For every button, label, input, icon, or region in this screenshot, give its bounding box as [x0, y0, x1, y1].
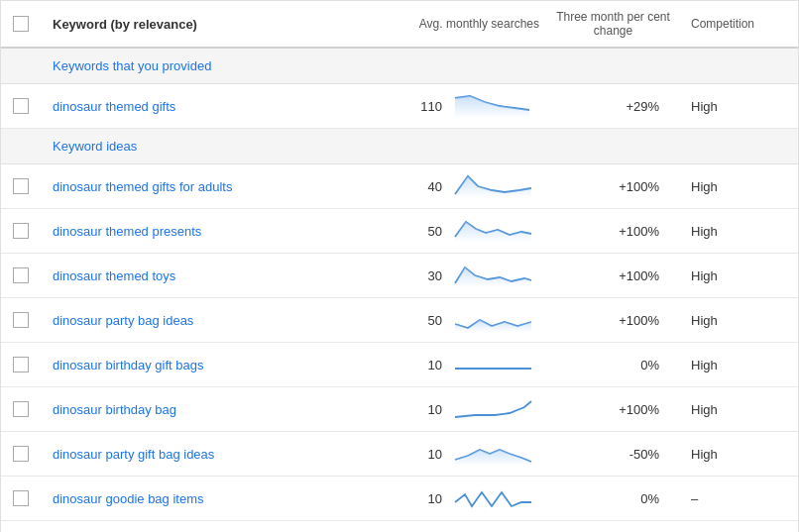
change-cell: +100%: [551, 216, 675, 247]
select-all-checkbox[interactable]: [13, 16, 29, 32]
keyword-cell[interactable]: dinosaur birthday gift bags: [41, 350, 333, 380]
competition-cell: High: [675, 394, 798, 425]
change-header: Three month per cent change: [551, 2, 675, 46]
table-row: dinosaur birthday bag 10 +100% High: [1, 387, 798, 432]
competition-cell: High: [675, 171, 798, 202]
row-checkbox-col[interactable]: [1, 490, 41, 506]
keyword-cell[interactable]: dinosaur party bag ideas: [41, 305, 333, 336]
change-cell: 0%: [551, 483, 675, 514]
sparkline-chart: [450, 395, 539, 423]
keyword-header: Keyword (by relevance): [41, 9, 333, 40]
sparkline-chart: [450, 92, 539, 120]
sparkline-chart: [450, 351, 539, 378]
change-cell: +29%: [551, 91, 675, 122]
change-cell: +100%: [551, 171, 675, 202]
keyword-cell[interactable]: dinosaur themed gifts for adults: [41, 171, 333, 202]
search-number: 110: [418, 99, 442, 114]
table-row: dinosaur birthday gift bags 10 0% High: [1, 343, 798, 387]
searches-cell: 50: [333, 298, 551, 342]
table-header: Keyword (by relevance) Avg. monthly sear…: [1, 1, 798, 49]
row-checkbox[interactable]: [13, 267, 29, 283]
searches-cell: 50: [333, 209, 551, 253]
change-cell: +100%: [551, 394, 675, 425]
change-cell: +100%: [551, 305, 675, 336]
keyword-table: Keyword (by relevance) Avg. monthly sear…: [0, 0, 799, 532]
sparkline-chart: [450, 217, 539, 245]
search-number: 10: [418, 491, 442, 506]
competition-cell: High: [675, 216, 798, 247]
row-checkbox[interactable]: [13, 357, 29, 372]
row-checkbox-col[interactable]: [1, 223, 41, 239]
table-row: dinosaur goodie bag items 10 0% –: [1, 477, 798, 521]
table-row: dinosaur themed gifts for adults 40 +100…: [1, 164, 798, 209]
sparkline-chart: [450, 172, 539, 200]
search-number: 10: [418, 447, 442, 462]
table-row: dinosaur party bag ideas 50 +100% High: [1, 298, 798, 343]
competition-cell: High: [675, 350, 798, 380]
table-row: dinosaur themed presents 50 +100% High: [1, 209, 798, 254]
searches-cell: 10: [333, 521, 551, 532]
row-checkbox[interactable]: [13, 446, 29, 462]
section-title-provided: Keywords that you provided: [53, 58, 211, 73]
header-checkbox-col[interactable]: [1, 16, 41, 32]
row-checkbox-col[interactable]: [1, 312, 41, 328]
change-cell: -50%: [551, 439, 675, 470]
change-cell: 0%: [551, 350, 675, 380]
searches-cell: 10: [333, 343, 551, 386]
sparkline-chart: [450, 262, 539, 289]
row-checkbox-col[interactable]: [1, 401, 41, 417]
keyword-cell[interactable]: dinosaur themed presents: [41, 216, 333, 247]
table-row: dinosaur party goodie bag ideas 10 0% –: [1, 521, 798, 532]
searches-header: Avg. monthly searches: [333, 9, 551, 39]
keyword-cell[interactable]: dinosaur party gift bag ideas: [41, 439, 333, 470]
row-checkbox-col[interactable]: [1, 178, 41, 194]
row-checkbox-col[interactable]: [1, 98, 41, 114]
competition-cell: High: [675, 91, 798, 122]
row-checkbox[interactable]: [13, 178, 29, 194]
keyword-cell[interactable]: dinosaur party goodie bag ideas: [41, 528, 333, 533]
row-checkbox-col[interactable]: [1, 446, 41, 462]
sparkline-chart: [450, 440, 539, 468]
row-checkbox-col[interactable]: [1, 357, 41, 372]
section-header-provided: Keywords that you provided: [1, 49, 798, 84]
searches-cell: 10: [333, 477, 551, 520]
sparkline-chart: [450, 306, 539, 334]
row-checkbox[interactable]: [13, 401, 29, 417]
keyword-cell[interactable]: dinosaur themed gifts: [41, 91, 333, 122]
change-cell: 0%: [551, 528, 675, 533]
keyword-cell[interactable]: dinosaur goodie bag items: [41, 483, 333, 514]
keyword-cell[interactable]: dinosaur birthday bag: [41, 394, 333, 425]
searches-cell: 30: [333, 254, 551, 297]
search-number: 50: [418, 224, 442, 239]
searches-cell: 10: [333, 432, 551, 476]
search-number: 30: [418, 268, 442, 283]
table-row: dinosaur themed gifts 110 +29% High: [1, 84, 798, 129]
table-row: dinosaur party gift bag ideas 10 -50% Hi…: [1, 432, 798, 477]
competition-header: Competition: [675, 9, 798, 39]
section-header-ideas: Keyword ideas: [1, 129, 798, 164]
search-number: 40: [418, 179, 442, 194]
competition-cell: High: [675, 261, 798, 291]
searches-cell: 40: [333, 164, 551, 208]
keyword-cell[interactable]: dinosaur themed toys: [41, 261, 333, 291]
searches-cell: 110: [333, 84, 551, 128]
section-title-ideas: Keyword ideas: [53, 139, 137, 154]
competition-cell: High: [675, 439, 798, 470]
competition-cell: –: [675, 483, 798, 514]
change-cell: +100%: [551, 261, 675, 291]
row-checkbox[interactable]: [13, 312, 29, 328]
search-number: 50: [418, 313, 442, 328]
competition-cell: –: [675, 528, 798, 533]
search-number: 10: [418, 358, 442, 372]
sparkline-chart: [450, 484, 539, 512]
searches-cell: 10: [333, 387, 551, 431]
row-checkbox-col[interactable]: [1, 267, 41, 283]
row-checkbox[interactable]: [13, 223, 29, 239]
row-checkbox[interactable]: [13, 490, 29, 506]
table-row: dinosaur themed toys 30 +100% High: [1, 254, 798, 298]
search-number: 10: [418, 402, 442, 417]
competition-cell: High: [675, 305, 798, 336]
row-checkbox[interactable]: [13, 98, 29, 114]
